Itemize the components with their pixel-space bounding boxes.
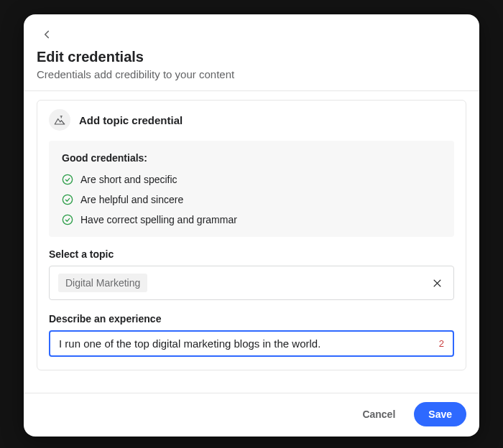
tip-text: Have correct spelling and grammar (80, 214, 237, 225)
char-counter: 2 (439, 338, 444, 349)
topic-icon (49, 109, 70, 131)
svg-point-1 (63, 195, 72, 204)
modal-subtitle: Credentials add credibility to your cont… (37, 68, 466, 80)
check-circle-icon (62, 194, 73, 205)
clear-topic-button[interactable] (429, 275, 445, 291)
topic-label: Select a topic (49, 248, 454, 260)
tip-text: Are short and specific (80, 174, 177, 185)
credential-card: Add topic credential Good credentials: A… (37, 100, 466, 370)
cancel-button[interactable]: Cancel (348, 402, 410, 426)
save-button[interactable]: Save (414, 402, 466, 426)
chevron-left-icon (40, 28, 53, 41)
close-icon (432, 278, 443, 289)
tips-title: Good credentials: (62, 152, 441, 164)
topic-chip: Digital Marketing (58, 274, 147, 292)
tip-item: Have correct spelling and grammar (62, 214, 441, 225)
card-title: Add topic credential (79, 114, 183, 126)
back-button[interactable] (37, 24, 57, 45)
experience-label: Describe an experience (49, 313, 454, 325)
svg-point-0 (63, 174, 72, 184)
svg-point-2 (63, 215, 72, 224)
check-circle-icon (62, 174, 73, 185)
modal-header: Edit credentials Credentials add credibi… (24, 14, 479, 91)
experience-input-wrap: 2 (49, 330, 454, 357)
topic-field: Select a topic Digital Marketing (49, 248, 454, 300)
tips-box: Good credentials: Are short and specific… (49, 141, 454, 237)
topic-select[interactable]: Digital Marketing (49, 266, 454, 300)
experience-input[interactable] (59, 337, 433, 350)
modal-title: Edit credentials (37, 49, 466, 65)
tip-text: Are helpful and sincere (80, 194, 183, 205)
card-header: Add topic credential (37, 101, 466, 138)
modal-body: Add topic credential Good credentials: A… (24, 91, 479, 393)
edit-credentials-modal: Edit credentials Credentials add credibi… (24, 14, 479, 437)
tip-item: Are helpful and sincere (62, 194, 441, 205)
tip-item: Are short and specific (62, 174, 441, 185)
modal-footer: Cancel Save (24, 393, 479, 437)
check-circle-icon (62, 214, 73, 225)
experience-field: Describe an experience 2 (49, 313, 454, 357)
